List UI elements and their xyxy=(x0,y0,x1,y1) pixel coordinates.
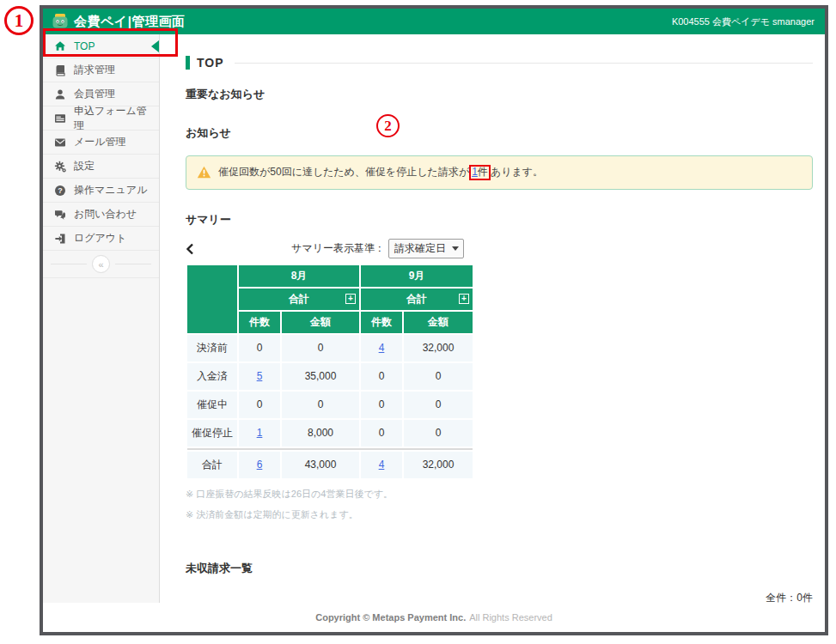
active-item-arrow-icon xyxy=(151,40,159,52)
cell: 0 xyxy=(239,335,280,361)
cell: 0 xyxy=(361,363,402,390)
sidebar-item-label: メール管理 xyxy=(74,135,126,149)
sidebar: TOP 請求管理 会員管理 xyxy=(43,34,160,603)
group-label: 合計 xyxy=(289,293,309,305)
cell: 0 xyxy=(361,420,402,447)
row-label: 催促停止 xyxy=(187,420,237,447)
cell: 6 xyxy=(239,452,280,478)
sidebar-item-contact[interactable]: お問い合わせ xyxy=(43,203,159,227)
sidebar-item-settings[interactable]: 設定 xyxy=(43,155,159,179)
sidebar-item-manual[interactable]: ? 操作マニュアル xyxy=(43,179,159,203)
svg-text:?: ? xyxy=(58,186,63,195)
cell: 0 xyxy=(404,392,473,418)
summary-row-reminding: 催促中 0 0 0 0 xyxy=(187,392,473,418)
count-header: 件数 xyxy=(361,312,402,333)
cell: 4 xyxy=(361,335,402,361)
sidebar-item-label: TOP xyxy=(74,40,95,52)
sidebar-item-logout[interactable]: ログアウト xyxy=(43,227,159,251)
cell: 32,000 xyxy=(404,452,473,478)
app-header: 会費ペイ|管理画面 K004555 会費ペイデモ smanager xyxy=(43,9,825,34)
cell: 4 xyxy=(361,452,402,478)
sidebar-item-application-forms[interactable]: 申込フォーム管理 xyxy=(43,106,159,131)
cell: 43,000 xyxy=(282,452,359,478)
summary-basis-label: サマリー表示基準： xyxy=(291,241,385,256)
sidebar-item-top[interactable]: TOP xyxy=(43,34,159,58)
sidebar-item-label: 会員管理 xyxy=(74,87,115,101)
count-link[interactable]: 4 xyxy=(379,459,385,471)
count-link[interactable]: 5 xyxy=(257,370,263,382)
main-content: TOP 重要なお知らせ お知らせ 催促回数が50回に達したため、催促を停止した請… xyxy=(160,34,825,603)
cell: 0 xyxy=(361,392,402,418)
cell: 35,000 xyxy=(282,363,359,390)
page-title-row: TOP xyxy=(186,56,813,70)
row-label: 入金済 xyxy=(187,363,237,390)
cell: 0 xyxy=(404,363,473,390)
alert-unit: 件 xyxy=(478,166,488,178)
group-label: 合計 xyxy=(406,293,427,305)
summary-table: 8月 9月 合計+ 合計+ 件数 金額 件数 金額 xyxy=(186,264,474,480)
home-icon xyxy=(54,40,66,52)
sidebar-item-label: お問い合わせ xyxy=(74,207,137,222)
sidebar-item-mail[interactable]: メール管理 xyxy=(43,131,159,155)
summary-basis-value: 請求確定日 xyxy=(394,242,446,254)
divider xyxy=(235,63,813,64)
summary-total-row: 合計 6 43,000 4 32,000 xyxy=(187,452,473,478)
notice-heading: お知らせ xyxy=(186,125,813,141)
question-icon: ? xyxy=(54,185,66,197)
row-label: 決済前 xyxy=(187,335,237,361)
stopped-invoices-count-link[interactable]: 1 xyxy=(472,166,478,178)
summary-row-reminder-stopped: 催促停止 1 8,000 0 0 xyxy=(187,420,473,447)
app-body: TOP 請求管理 会員管理 xyxy=(43,34,825,603)
annotation-step-1-badge: 1 xyxy=(4,6,34,35)
sidebar-item-label: 操作マニュアル xyxy=(74,183,147,197)
annotation-count-highlight-rect: 1件 xyxy=(469,165,491,180)
user-icon xyxy=(54,88,66,100)
summary-month-september: 9月 xyxy=(361,265,473,287)
row-label: 催促中 xyxy=(187,392,237,418)
cell: 8,000 xyxy=(282,420,359,447)
summary-note-1: ※ 口座振替の結果反映は26日の4営業日後です。 xyxy=(186,488,813,501)
summary-prev-month-button[interactable] xyxy=(186,243,194,255)
annotation-step-2-badge: 2 xyxy=(376,114,400,137)
copyright-rights-text: All Rights Reserved xyxy=(469,612,552,623)
cell: 32,000 xyxy=(404,335,473,361)
summary-group-september: 合計+ xyxy=(361,289,473,310)
mail-icon xyxy=(54,137,66,149)
expand-august-button[interactable]: + xyxy=(345,294,356,304)
screenshot-canvas: 1 2 会費ペイ|管理画面 K004555 会費ペイデモ smanager xyxy=(0,0,836,644)
count-header: 件数 xyxy=(239,312,280,333)
mascot-logo-icon xyxy=(52,14,69,29)
summary-section: サマリー表示基準： 請求確定日 8月 9月 xyxy=(186,240,464,480)
cell: 0 xyxy=(282,392,359,418)
gears-icon xyxy=(54,161,66,173)
sidebar-collapse-button[interactable]: « xyxy=(92,255,110,273)
cell: 0 xyxy=(404,420,473,447)
count-link[interactable]: 4 xyxy=(379,342,385,354)
page-title: TOP xyxy=(197,56,224,70)
summary-row-before-settlement: 決済前 0 0 4 32,000 xyxy=(187,335,473,361)
summary-group-august: 合計+ xyxy=(239,289,359,310)
summary-note-2: ※ 決済前金額は定期的に更新されます。 xyxy=(186,508,813,521)
warning-icon xyxy=(197,166,211,179)
divider xyxy=(51,264,87,264)
amount-header: 金額 xyxy=(282,312,359,333)
summary-heading: サマリー xyxy=(186,212,813,228)
title-accent-bar xyxy=(186,56,190,70)
sidebar-item-label: 申込フォーム管理 xyxy=(74,104,154,133)
sidebar-collapse-row: « xyxy=(43,251,159,278)
divider xyxy=(187,448,473,450)
alert-text-before: 催促回数が50回に達したため、催促を停止した請求が xyxy=(218,166,469,178)
expand-september-button[interactable]: + xyxy=(459,294,469,304)
unpaid-total-count: 全件：0件 xyxy=(186,591,813,603)
summary-basis-select[interactable]: 請求確定日 xyxy=(388,239,464,258)
count-link[interactable]: 1 xyxy=(257,427,263,439)
notice-alert: 催促回数が50回に達したため、催促を停止した請求が1件あります。 xyxy=(186,155,813,190)
unpaid-list-heading: 未収請求一覧 xyxy=(186,561,813,576)
sidebar-item-label: 請求管理 xyxy=(74,63,115,77)
form-icon xyxy=(54,112,66,125)
sidebar-item-billing[interactable]: 請求管理 xyxy=(43,58,159,82)
account-info: K004555 会費ペイデモ smanager xyxy=(672,15,815,28)
important-notice-heading: 重要なお知らせ xyxy=(186,87,813,102)
count-link[interactable]: 6 xyxy=(257,459,263,471)
app-footer: Copyright © Metaps Payment Inc. All Righ… xyxy=(43,603,825,632)
